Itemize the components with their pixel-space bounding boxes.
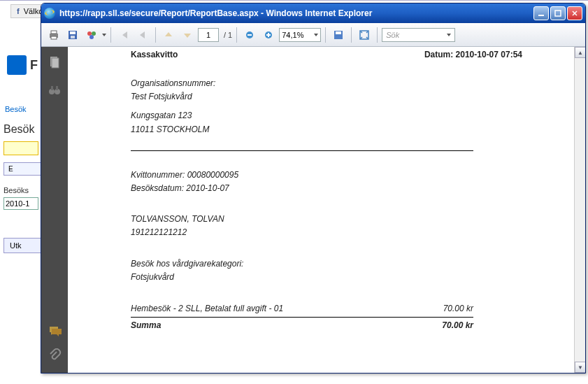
save-disk-button[interactable] <box>330 27 347 43</box>
svg-rect-26 <box>56 86 58 90</box>
patient-name: TOLVANSSON, TOLVAN <box>131 213 522 226</box>
bg-heading: Besök <box>3 123 42 136</box>
address-line2: 11011 STOCKHOLM <box>131 123 522 136</box>
titlebar-text: https://rapp.sll.se/secure/Report/Report… <box>59 8 533 18</box>
export-icon <box>86 29 97 41</box>
bg-row-button[interactable]: E <box>3 162 42 176</box>
bg-logo: F <box>7 55 38 75</box>
report-title: Kassakvitto <box>131 50 178 59</box>
svg-rect-9 <box>71 36 75 38</box>
divider <box>131 150 473 151</box>
close-icon <box>571 10 578 17</box>
minimize-icon <box>538 10 545 17</box>
ie-popup-window: https://rapp.sll.se/secure/Report/Report… <box>41 3 586 374</box>
chevron-down-icon <box>314 34 318 36</box>
maximize-button[interactable] <box>550 6 566 20</box>
svg-point-12 <box>89 35 94 39</box>
fit-icon <box>359 29 370 41</box>
svg-rect-0 <box>538 15 544 16</box>
search-input[interactable]: Sök <box>382 28 455 42</box>
patient-id: 191212121212 <box>131 226 522 239</box>
zoom-out-button[interactable] <box>241 27 258 43</box>
line-item-desc: Hembesök - 2 SLL, Betalat full avgift - … <box>131 304 283 313</box>
prev-page-button[interactable] <box>134 27 151 43</box>
pdf-sidebar <box>41 47 68 373</box>
export-dropdown-icon[interactable] <box>102 34 106 36</box>
report-date: Datum: 2010-10-07 07:54 <box>424 50 522 59</box>
category-value: Fotsjukvård <box>131 271 522 284</box>
vertical-scrollbar[interactable]: ▲ ▼ <box>574 47 585 373</box>
print-button[interactable] <box>45 27 62 43</box>
pdf-toolbar: / 1 74,1% Sök <box>41 23 585 47</box>
save-button[interactable] <box>64 27 81 43</box>
bg-link-besok[interactable]: Besök <box>3 102 42 116</box>
chevron-down-icon <box>447 34 451 36</box>
svg-point-10 <box>87 31 92 36</box>
bg-visit-label: Besöks <box>3 186 42 194</box>
search-placeholder: Sök <box>386 31 399 39</box>
org-name: Test Fotsjukvård <box>131 90 522 104</box>
logo-text: F <box>30 58 38 73</box>
prev-page-icon <box>137 29 148 41</box>
attachment-icon[interactable] <box>48 348 62 362</box>
report-viewport[interactable]: Kassakvitto Datum: 2010-10-07 07:54 Orga… <box>68 47 585 373</box>
zoom-in-button[interactable] <box>260 27 277 43</box>
svg-rect-17 <box>268 33 269 37</box>
scroll-up-button[interactable]: ▲ <box>575 47 585 58</box>
comment-icon[interactable] <box>48 324 62 338</box>
up-button[interactable] <box>160 27 177 43</box>
zoom-select[interactable]: 74,1% <box>279 28 321 42</box>
print-icon <box>48 29 59 41</box>
page-total-label: / 1 <box>224 31 232 39</box>
svg-rect-19 <box>336 31 341 34</box>
close-button[interactable] <box>567 6 582 20</box>
svg-rect-1 <box>555 10 561 16</box>
sum-row: Summa 70.00 kr <box>131 317 473 330</box>
bg-date-input[interactable] <box>3 197 38 210</box>
bg-tab-label: Välkc <box>24 7 43 15</box>
up-icon <box>164 30 173 40</box>
svg-rect-5 <box>51 31 57 34</box>
export-button[interactable] <box>83 27 100 43</box>
fit-page-button[interactable] <box>356 27 373 43</box>
svg-rect-22 <box>52 58 59 68</box>
address-line1: Kungsgatan 123 <box>131 109 522 122</box>
bg-util-button[interactable]: Utk <box>3 238 42 253</box>
minimize-button[interactable] <box>533 6 549 20</box>
save-icon <box>67 29 78 41</box>
sum-amount: 70.00 kr <box>442 320 473 330</box>
line-item-amount: 70.00 kr <box>443 304 473 313</box>
ie-icon <box>44 8 55 19</box>
zoom-value: 74,1% <box>282 31 303 39</box>
maximize-icon <box>554 10 561 17</box>
scroll-down-button[interactable]: ▼ <box>575 362 585 373</box>
visit-date: Besöksdatum: 2010-10-07 <box>131 182 522 195</box>
logo-icon <box>7 55 27 75</box>
svg-rect-8 <box>70 31 76 34</box>
binoculars-icon[interactable] <box>48 83 62 97</box>
facebook-icon: f <box>17 7 20 15</box>
zoom-in-icon <box>264 30 273 40</box>
svg-rect-14 <box>248 34 252 36</box>
zoom-out-icon <box>245 30 254 40</box>
orgnr-label: Organisationsnummer: <box>131 77 522 90</box>
titlebar[interactable]: https://rapp.sll.se/secure/Report/Report… <box>41 3 585 23</box>
down-button[interactable] <box>179 27 196 43</box>
down-icon <box>182 30 192 40</box>
pages-icon[interactable] <box>48 55 62 69</box>
svg-rect-6 <box>51 36 57 39</box>
receipt-number: Kvittonummer: 00080000095 <box>131 169 522 182</box>
svg-point-11 <box>92 31 96 36</box>
svg-rect-25 <box>51 86 53 90</box>
sum-label: Summa <box>131 320 161 330</box>
line-item-row: Hembesök - 2 SLL, Betalat full avgift - … <box>131 301 473 315</box>
category-label: Besök hos vårdgivarekategori: <box>131 257 522 271</box>
bg-text-input[interactable] <box>3 141 38 155</box>
first-page-button[interactable] <box>115 27 132 43</box>
first-page-icon <box>118 29 129 41</box>
disk-icon <box>333 29 344 41</box>
page-number-input[interactable] <box>198 28 219 42</box>
